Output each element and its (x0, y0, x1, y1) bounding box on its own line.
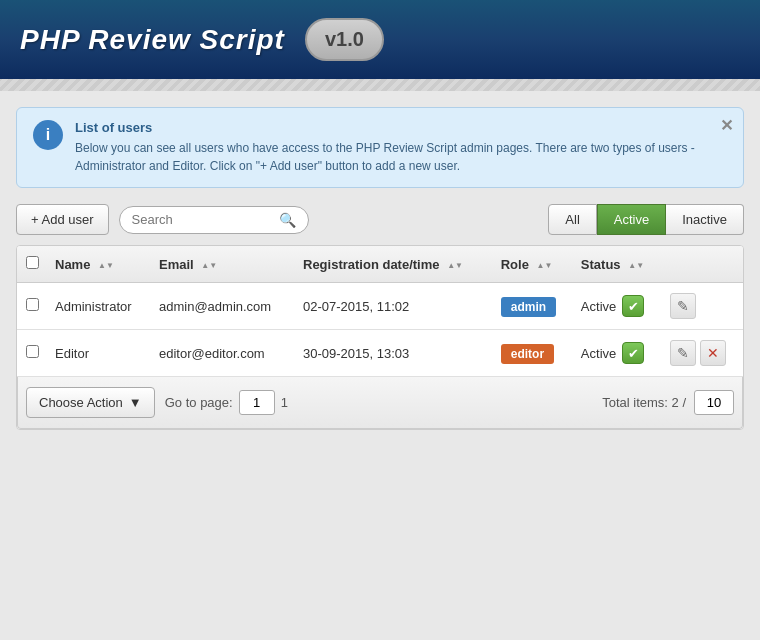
choose-action-label: Choose Action (39, 395, 123, 410)
cell-regdate: 30-09-2015, 13:03 (295, 330, 493, 377)
cell-status: Active✔ (573, 330, 662, 377)
cell-email: admin@admin.com (151, 283, 295, 330)
cell-status: Active✔ (573, 283, 662, 330)
main-content: i List of users Below you can see all us… (0, 91, 760, 446)
info-icon: i (33, 120, 63, 150)
info-body: Below you can see all users who have acc… (75, 139, 727, 175)
table-row: Editoreditor@editor.com30-09-2015, 13:03… (17, 330, 743, 377)
row-checkbox-cell (17, 330, 47, 377)
status-cell: Active✔ (581, 342, 654, 364)
row-checkbox-cell (17, 283, 47, 330)
search-input[interactable] (132, 212, 273, 227)
goto-label: Go to page: (165, 395, 233, 410)
status-text: Active (581, 346, 616, 361)
col-email: Email ▲▼ (151, 246, 295, 283)
action-icons: ✎✕ (670, 340, 735, 366)
info-box: i List of users Below you can see all us… (16, 107, 744, 188)
search-icon: 🔍 (279, 212, 296, 228)
edit-button[interactable]: ✎ (670, 340, 696, 366)
info-text: List of users Below you can see all user… (75, 120, 727, 175)
sort-email-icon[interactable]: ▲▼ (201, 261, 217, 270)
cell-name: Editor (47, 330, 151, 377)
filter-active-button[interactable]: Active (597, 204, 666, 235)
role-badge: admin (501, 297, 556, 317)
status-check-button[interactable]: ✔ (622, 295, 644, 317)
toolbar: + Add user 🔍 All Active Inactive (16, 204, 744, 235)
status-cell: Active✔ (581, 295, 654, 317)
delete-button[interactable]: ✕ (700, 340, 726, 366)
status-text: Active (581, 299, 616, 314)
sort-status-icon[interactable]: ▲▼ (628, 261, 644, 270)
row-checkbox[interactable] (26, 298, 39, 311)
table-header-row: Name ▲▼ Email ▲▼ Registration date/time … (17, 246, 743, 283)
per-page-input[interactable] (694, 390, 734, 415)
info-heading: List of users (75, 120, 727, 135)
cell-role: admin (493, 283, 573, 330)
cell-actions: ✎✕ (662, 330, 743, 377)
total-pages: 1 (281, 395, 288, 410)
filter-inactive-button[interactable]: Inactive (666, 204, 744, 235)
total-items-label: Total items: 2 / (602, 395, 686, 410)
col-name: Name ▲▼ (47, 246, 151, 283)
footer-left: Choose Action ▼ Go to page: 1 (26, 387, 288, 418)
table-footer: Choose Action ▼ Go to page: 1 Total item… (17, 377, 743, 429)
goto-page: Go to page: 1 (165, 390, 288, 415)
decorative-stripe (0, 79, 760, 91)
row-checkbox[interactable] (26, 345, 39, 358)
status-check-button[interactable]: ✔ (622, 342, 644, 364)
search-box: 🔍 (119, 206, 309, 234)
toolbar-left: + Add user 🔍 (16, 204, 309, 235)
filter-all-button[interactable]: All (548, 204, 596, 235)
col-status: Status ▲▼ (573, 246, 662, 283)
table-body: Administratoradmin@admin.com02-07-2015, … (17, 283, 743, 377)
cell-role: editor (493, 330, 573, 377)
sort-regdate-icon[interactable]: ▲▼ (447, 261, 463, 270)
role-badge: editor (501, 344, 554, 364)
select-all-checkbox[interactable] (26, 256, 39, 269)
users-table: Name ▲▼ Email ▲▼ Registration date/time … (17, 246, 743, 377)
cell-actions: ✎ (662, 283, 743, 330)
select-all-header (17, 246, 47, 283)
total-info: Total items: 2 / (602, 390, 734, 415)
info-close-button[interactable]: ✕ (720, 116, 733, 135)
col-actions (662, 246, 743, 283)
cell-regdate: 02-07-2015, 11:02 (295, 283, 493, 330)
filter-buttons: All Active Inactive (548, 204, 744, 235)
header: PHP Review Script v1.0 (0, 0, 760, 79)
table-row: Administratoradmin@admin.com02-07-2015, … (17, 283, 743, 330)
cell-email: editor@editor.com (151, 330, 295, 377)
add-user-button[interactable]: + Add user (16, 204, 109, 235)
app-title: PHP Review Script (20, 24, 285, 56)
version-badge: v1.0 (305, 18, 384, 61)
col-role: Role ▲▼ (493, 246, 573, 283)
col-regdate: Registration date/time ▲▼ (295, 246, 493, 283)
dropdown-icon: ▼ (129, 395, 142, 410)
sort-role-icon[interactable]: ▲▼ (537, 261, 553, 270)
users-table-container: Name ▲▼ Email ▲▼ Registration date/time … (16, 245, 744, 430)
page-input[interactable] (239, 390, 275, 415)
edit-button[interactable]: ✎ (670, 293, 696, 319)
choose-action-button[interactable]: Choose Action ▼ (26, 387, 155, 418)
action-icons: ✎ (670, 293, 735, 319)
cell-name: Administrator (47, 283, 151, 330)
sort-name-icon[interactable]: ▲▼ (98, 261, 114, 270)
